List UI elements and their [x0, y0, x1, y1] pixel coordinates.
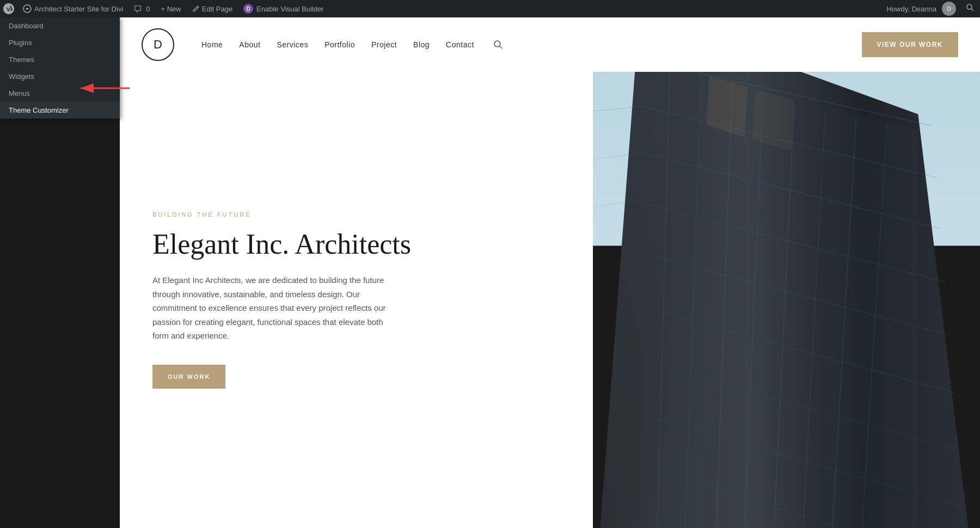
our-work-button[interactable]: OUR WORK: [152, 365, 225, 389]
admin-bar-left: Architect Starter Site for Divi 0 + New …: [0, 0, 329, 17]
hero-subtitle: BUILDING THE FUTURE: [152, 211, 560, 218]
hero-image-area: [593, 72, 980, 528]
edit-page-label: Edit Page: [202, 5, 232, 13]
site-logo: D: [142, 28, 174, 61]
appearance-dropdown: Dashboard Plugins Themes Widgets Menus T…: [0, 17, 120, 119]
visual-builder-label: Enable Visual Builder: [256, 5, 323, 13]
dropdown-item-themes[interactable]: Themes: [0, 51, 120, 68]
svg-marker-34: [825, 107, 918, 529]
site-header: D Home About Services Portfolio Project …: [120, 17, 980, 72]
hero-section: BUILDING THE FUTURE Elegant Inc. Archite…: [120, 72, 980, 528]
view-our-work-button[interactable]: VIEW OUR WORK: [862, 32, 959, 57]
admin-bar: Architect Starter Site for Divi 0 + New …: [0, 0, 980, 17]
nav-services[interactable]: Services: [277, 40, 308, 49]
site-nav: Home About Services Portfolio Project Bl…: [201, 40, 503, 50]
visual-builder-link[interactable]: D Enable Visual Builder: [238, 0, 329, 17]
hero-text-area: BUILDING THE FUTURE Elegant Inc. Archite…: [120, 72, 593, 528]
dropdown-item-theme-customizer[interactable]: Theme Customizer: [0, 102, 120, 119]
nav-portfolio[interactable]: Portfolio: [324, 40, 355, 49]
hero-description: At Elegant Inc Architects, we are dedica…: [152, 273, 392, 343]
new-link[interactable]: + New: [156, 0, 187, 17]
hero-title: Elegant Inc. Architects: [152, 229, 560, 260]
nav-search-icon[interactable]: [493, 40, 503, 50]
admin-bar-right: Howdy, Deanna D: [881, 0, 980, 17]
nav-project[interactable]: Project: [371, 40, 397, 49]
svg-line-6: [500, 46, 502, 48]
building-illustration: [593, 72, 980, 528]
nav-about[interactable]: About: [239, 40, 260, 49]
comments-link[interactable]: 0: [128, 0, 155, 17]
edit-page-link[interactable]: Edit Page: [187, 0, 238, 17]
site-name-link[interactable]: Architect Starter Site for Divi: [17, 0, 128, 17]
admin-search-icon[interactable]: [960, 3, 980, 14]
new-label: + New: [161, 5, 181, 13]
svg-line-2: [971, 9, 973, 11]
svg-point-5: [494, 41, 500, 47]
avatar: D: [942, 2, 956, 16]
nav-home[interactable]: Home: [201, 40, 223, 49]
site-name-text: Architect Starter Site for Divi: [34, 5, 123, 13]
nav-blog[interactable]: Blog: [413, 40, 430, 49]
building-image: [593, 72, 980, 528]
nav-contact[interactable]: Contact: [446, 40, 474, 49]
main-content: BUILDING THE FUTURE Elegant Inc. Archite…: [120, 72, 980, 528]
dropdown-item-dashboard[interactable]: Dashboard: [0, 17, 120, 34]
dropdown-item-plugins[interactable]: Plugins: [0, 34, 120, 51]
svg-point-1: [967, 4, 972, 9]
divi-icon: D: [243, 4, 253, 14]
comment-count: 0: [146, 5, 150, 13]
howdy-text: Howdy, Deanna: [881, 5, 942, 13]
wordpress-logo[interactable]: [0, 0, 17, 17]
arrow-annotation: [78, 83, 132, 94]
logo-letter: D: [154, 38, 162, 52]
